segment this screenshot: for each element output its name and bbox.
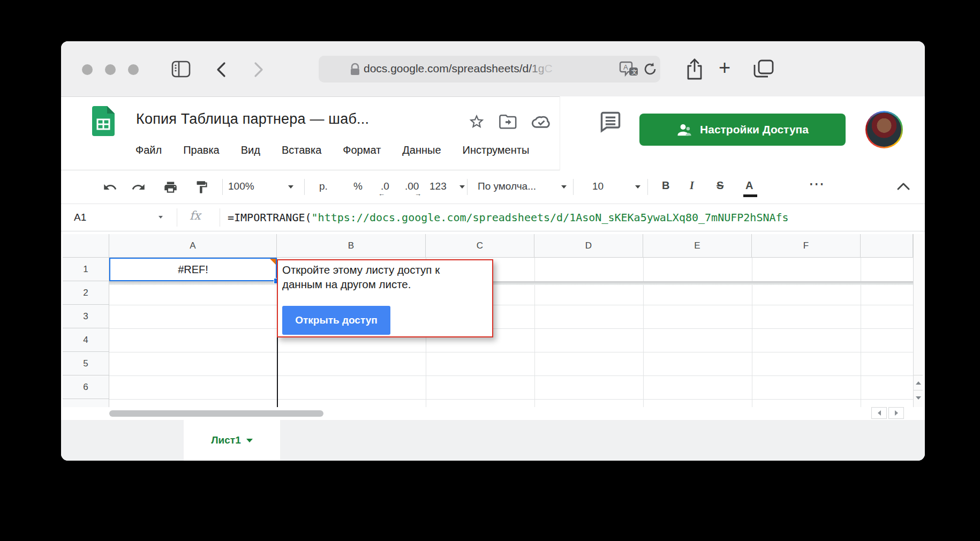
new-tab-button[interactable]: + xyxy=(719,56,730,79)
column-header-a[interactable]: A xyxy=(109,234,277,258)
increase-decimal-arrow-icon: → xyxy=(414,190,421,198)
more-formats-button[interactable]: 123 xyxy=(429,181,447,192)
grid-line xyxy=(109,352,913,352)
undo-icon[interactable] xyxy=(103,180,117,194)
row-header-5[interactable]: 5 xyxy=(63,352,109,375)
format-percent-button[interactable]: % xyxy=(353,181,363,192)
row-header-1[interactable]: 1 xyxy=(63,258,109,281)
horizontal-scrollbar xyxy=(61,407,925,420)
sidebar-toggle-icon[interactable] xyxy=(171,61,191,78)
avatar-photo xyxy=(867,112,901,147)
tab-overview-icon[interactable] xyxy=(753,59,774,79)
grid-line xyxy=(643,258,644,407)
decrease-decimal-arrow-icon: ← xyxy=(378,190,385,198)
minimize-window-button[interactable] xyxy=(105,64,116,75)
move-to-folder-icon[interactable] xyxy=(499,114,517,130)
scroll-left-button[interactable] xyxy=(871,407,887,419)
lock-icon xyxy=(350,63,360,77)
document-title[interactable]: Копия Таблица партнера — шаб... xyxy=(136,111,369,127)
italic-button[interactable]: I xyxy=(690,179,694,192)
scroll-right-button[interactable] xyxy=(888,407,904,419)
menu-edit[interactable]: Правка xyxy=(183,144,220,156)
reload-icon[interactable] xyxy=(643,62,657,76)
comments-icon[interactable] xyxy=(599,110,622,134)
text-color-button[interactable]: A xyxy=(745,179,753,192)
person-add-icon xyxy=(676,123,692,137)
left-arrow-icon xyxy=(878,410,881,416)
browser-toolbar: docs.google.com/spreadsheets/d/1gC A 文 + xyxy=(61,41,925,97)
sheet-tab-list1[interactable]: Лист1 xyxy=(184,420,280,461)
grid-line xyxy=(109,375,913,376)
menu-data[interactable]: Данные xyxy=(402,144,441,156)
popup-message-line2: данным на другом листе. xyxy=(282,277,492,291)
formula-bar-divider xyxy=(220,208,220,227)
grid-line xyxy=(752,258,752,407)
strikethrough-button[interactable]: S xyxy=(717,179,723,192)
grid-line xyxy=(109,399,913,400)
allow-access-button[interactable]: Открыть доступ xyxy=(282,306,390,335)
column-header-c[interactable]: C xyxy=(426,234,534,258)
share-settings-button[interactable]: Настройки Доступа xyxy=(639,114,846,146)
address-bar[interactable]: docs.google.com/spreadsheets/d/1gC A 文 xyxy=(319,56,660,82)
font-caret-icon[interactable] xyxy=(561,185,567,189)
print-icon[interactable] xyxy=(163,180,178,194)
row-header-7[interactable]: 7 xyxy=(63,399,109,407)
scroll-up-button[interactable] xyxy=(914,375,923,390)
font-select[interactable]: По умолча... xyxy=(478,181,536,192)
column-header-e[interactable]: E xyxy=(643,234,752,258)
row-header-3[interactable]: 3 xyxy=(63,305,109,328)
translate-icon[interactable]: A 文 xyxy=(619,61,639,78)
menu-insert[interactable]: Вставка xyxy=(282,144,321,156)
svg-text:文: 文 xyxy=(631,69,637,75)
toolbar-divider xyxy=(467,179,468,195)
more-formats-caret-icon[interactable] xyxy=(459,185,465,189)
column-header-f[interactable]: F xyxy=(752,234,861,258)
select-all-corner[interactable] xyxy=(63,234,109,258)
name-box[interactable]: A1 xyxy=(74,212,86,223)
menu-format[interactable]: Формат xyxy=(343,144,381,156)
font-size-select[interactable]: 10 xyxy=(592,181,604,192)
star-icon[interactable] xyxy=(468,113,485,130)
toolbar-more-button[interactable]: ⋯ xyxy=(809,174,825,193)
bold-button[interactable]: B xyxy=(662,179,669,192)
redo-icon[interactable] xyxy=(131,180,146,194)
scroll-down-button[interactable] xyxy=(914,390,923,405)
sheet-tab-label: Лист1 xyxy=(211,434,240,446)
sheets-logo[interactable] xyxy=(92,106,115,136)
row-header-4[interactable]: 4 xyxy=(63,328,109,352)
formula-input[interactable]: =IMPORTRANGE("https://docs.google.com/sp… xyxy=(228,211,918,224)
name-box-caret-icon[interactable] xyxy=(159,216,163,219)
column-header-d[interactable]: D xyxy=(534,234,643,258)
account-avatar[interactable] xyxy=(865,111,903,148)
close-window-button[interactable] xyxy=(82,64,93,75)
right-arrow-icon xyxy=(895,410,898,416)
format-currency-button[interactable]: р. xyxy=(319,181,328,192)
menu-view[interactable]: Вид xyxy=(241,144,260,156)
back-button[interactable] xyxy=(215,62,227,78)
popup-message-line1: Откройте этому листу доступ к xyxy=(282,262,492,277)
row-header-6[interactable]: 6 xyxy=(63,375,109,399)
zoom-select[interactable]: 100% xyxy=(228,181,254,192)
horizontal-scroll-thumb[interactable] xyxy=(109,410,323,417)
hide-toolbar-icon[interactable] xyxy=(896,182,910,191)
share-page-icon[interactable] xyxy=(685,58,704,81)
formula-url-string: "https://docs.google.com/spreadsheets/d/… xyxy=(312,211,789,224)
row-header-2[interactable]: 2 xyxy=(63,281,109,305)
down-arrow-icon xyxy=(916,396,921,400)
cloud-saved-icon[interactable] xyxy=(531,114,552,129)
access-error-popup: Откройте этому листу доступ к данным на … xyxy=(277,259,493,337)
column-header-partial[interactable] xyxy=(861,234,913,258)
error-corner-icon xyxy=(270,259,276,265)
text-color-indicator xyxy=(743,194,757,197)
zoom-caret-icon[interactable] xyxy=(288,185,293,189)
menu-file[interactable]: Файл xyxy=(135,144,162,156)
toolbar-divider xyxy=(647,179,648,195)
sheet-tab-bar: + Лист1 xyxy=(61,420,925,461)
font-size-caret-icon[interactable] xyxy=(635,185,640,189)
column-header-b[interactable]: B xyxy=(277,234,426,258)
menu-tools[interactable]: Инструменты xyxy=(463,144,530,156)
forward-button[interactable] xyxy=(253,62,265,78)
spreadsheet-grid: A B C D E F 1 2 3 4 5 6 7 #REF! xyxy=(63,234,923,407)
zoom-window-button[interactable] xyxy=(128,64,139,75)
paint-format-icon[interactable] xyxy=(194,180,209,194)
